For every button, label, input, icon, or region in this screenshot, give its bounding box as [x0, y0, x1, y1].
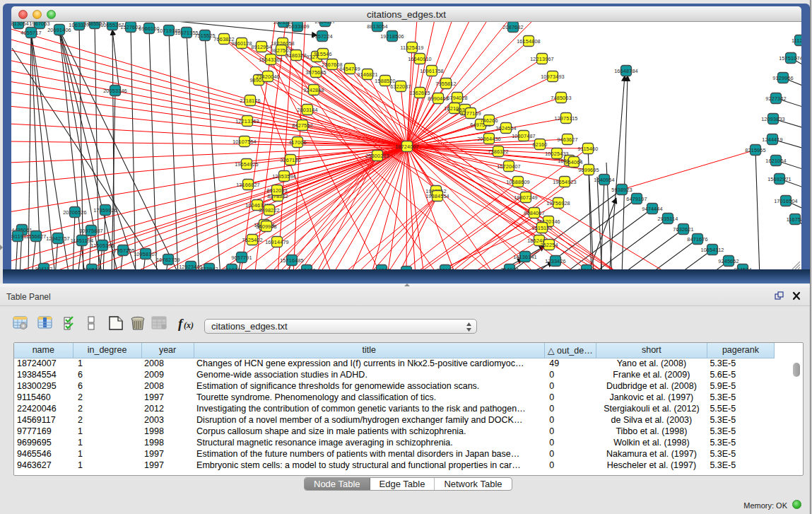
svg-text:2087682: 2087682: [502, 24, 523, 30]
svg-text:2803144: 2803144: [297, 107, 317, 113]
svg-text:9777169: 9777169: [460, 110, 481, 117]
svg-text:12942757: 12942757: [46, 235, 70, 242]
svg-text:7632621: 7632621: [673, 226, 693, 233]
svg-text:1156827: 1156827: [26, 233, 47, 240]
svg-text:17016504: 17016504: [774, 198, 798, 204]
svg-text:9146821: 9146821: [357, 71, 377, 78]
svg-text:5938923: 5938923: [611, 187, 632, 193]
svg-text:15716485: 15716485: [280, 257, 304, 264]
svg-text:18724007: 18724007: [395, 144, 419, 150]
svg-text:12213967: 12213967: [530, 56, 554, 62]
svg-text:10107554: 10107554: [233, 139, 257, 145]
svg-text:3675685: 3675685: [305, 69, 326, 76]
svg-text:8471676: 8471676: [687, 236, 707, 243]
svg-text:1615132: 1615132: [531, 225, 552, 231]
svg-text:16782759: 16782759: [156, 257, 180, 263]
svg-text:12213363: 12213363: [235, 118, 259, 124]
svg-text:16543362: 16543362: [259, 57, 283, 63]
svg-text:12093833: 12093833: [761, 116, 785, 122]
svg-text:16033809: 16033809: [286, 23, 310, 30]
svg-text:6322037: 6322037: [390, 83, 411, 90]
svg-text:3267130: 3267130: [280, 157, 300, 163]
svg-text:11325419: 11325419: [400, 45, 423, 51]
svg-text:17957255: 17957255: [111, 247, 135, 254]
svg-text:10688609: 10688609: [506, 179, 530, 185]
svg-text:10961758: 10961758: [420, 68, 444, 74]
svg-text:915546: 915546: [314, 51, 331, 57]
svg-text:(x): (x): [184, 320, 194, 330]
svg-text:746266: 746266: [480, 117, 498, 124]
svg-text:17359926: 17359926: [93, 207, 117, 214]
svg-text:15692971: 15692971: [767, 176, 792, 182]
svg-text:15720407: 15720407: [497, 163, 521, 170]
svg-text:6479197: 6479197: [626, 196, 647, 202]
svg-text:8215955: 8215955: [745, 147, 765, 153]
svg-text:19756928: 19756928: [546, 200, 570, 206]
svg-text:9242848: 9242848: [303, 87, 324, 93]
svg-text:16914479: 16914479: [265, 239, 289, 245]
svg-text:f: f: [178, 316, 184, 331]
svg-text:9657791: 9657791: [231, 255, 252, 261]
svg-text:14136141: 14136141: [513, 254, 537, 260]
svg-text:6794028: 6794028: [447, 95, 467, 101]
svg-text:7386322: 7386322: [488, 148, 508, 155]
svg-text:9699695: 9699695: [578, 167, 599, 173]
svg-text:3624554: 3624554: [495, 125, 516, 132]
svg-text:4055717: 4055717: [20, 30, 41, 36]
svg-text:2718176: 2718176: [240, 98, 260, 104]
svg-text:7625402: 7625402: [242, 237, 262, 243]
svg-text:25300213: 25300213: [365, 153, 389, 159]
svg-text:19654925: 19654925: [235, 161, 259, 168]
svg-text:16648784: 16648784: [614, 68, 638, 74]
svg-text:9115460: 9115460: [578, 146, 599, 152]
svg-text:62160: 62160: [532, 141, 547, 148]
svg-text:19654923: 19654923: [553, 179, 577, 185]
svg-text:8912033: 8912033: [266, 187, 287, 194]
svg-text:1244419: 1244419: [762, 136, 782, 143]
svg-text:9227342: 9227342: [765, 95, 786, 102]
svg-text:10958107: 10958107: [134, 251, 158, 257]
svg-text:7955812: 7955812: [435, 81, 456, 87]
svg-text:8813054: 8813054: [11, 22, 29, 27]
svg-text:16640910: 16640910: [408, 56, 432, 62]
svg-text:9474444: 9474444: [642, 206, 662, 212]
svg-text:19384554: 19384554: [425, 193, 449, 199]
svg-text:23420046: 23420046: [256, 74, 280, 80]
svg-text:12353594: 12353594: [272, 173, 296, 180]
svg-text:9860128: 9860128: [231, 40, 252, 47]
svg-text:20206526: 20206526: [63, 209, 87, 216]
svg-text:8912954: 8912954: [251, 44, 271, 50]
svg-text:252254: 252254: [540, 242, 558, 248]
svg-text:2935114: 2935114: [658, 216, 678, 222]
svg-text:5409948: 5409948: [256, 223, 276, 230]
svg-text:9463627: 9463627: [557, 136, 577, 143]
svg-text:20691406: 20691406: [47, 27, 71, 33]
svg-text:8186328: 8186328: [286, 52, 306, 59]
svg-text:116753: 116753: [787, 216, 801, 223]
svg-text:7515525: 7515525: [194, 33, 215, 39]
svg-text:1640954: 1640954: [594, 177, 614, 183]
svg-text:19218506: 19218506: [380, 33, 404, 40]
svg-text:8990448: 8990448: [428, 95, 448, 102]
svg-text:15751074: 15751074: [779, 55, 801, 62]
svg-text:16154808: 16154808: [517, 38, 541, 45]
svg-text:7357224: 7357224: [312, 33, 332, 40]
svg-text:10973493: 10973493: [541, 74, 565, 80]
svg-text:8427552: 8427552: [292, 122, 312, 129]
svg-text:7485063: 7485063: [551, 95, 571, 101]
svg-text:2084117: 2084117: [315, 22, 336, 25]
svg-text:18807249: 18807249: [514, 194, 538, 201]
svg-text:9245652: 9245652: [718, 258, 739, 264]
svg-text:8813054: 8813054: [367, 23, 387, 30]
svg-text:111240: 111240: [792, 37, 801, 44]
svg-text:417006: 417006: [288, 139, 306, 146]
svg-text:10654112: 10654112: [700, 247, 724, 253]
svg-text:954064: 954064: [565, 159, 582, 165]
svg-text:30975887: 30975887: [79, 228, 103, 234]
svg-text:1733426: 1733426: [545, 258, 565, 264]
svg-text:20364436: 20364436: [477, 136, 501, 142]
svg-text:1621064: 1621064: [765, 158, 786, 164]
svg-text:13166827: 13166827: [236, 182, 260, 188]
svg-text:20053346: 20053346: [103, 88, 127, 94]
svg-text:12975115: 12975115: [554, 115, 577, 122]
